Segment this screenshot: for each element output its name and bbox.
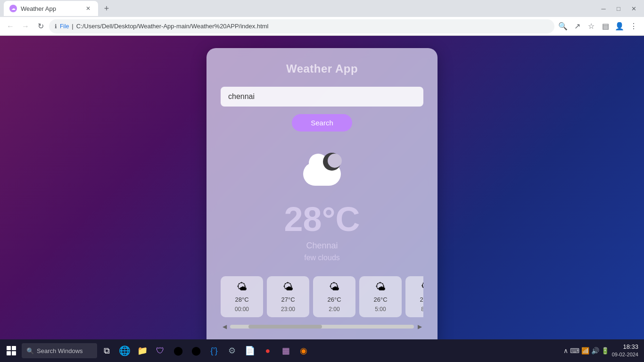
weather-description: few clouds xyxy=(304,254,340,262)
app-title: Weather App xyxy=(286,62,358,75)
search-glass-icon: 🔍 xyxy=(26,347,34,354)
forecast-time-2: 2:00 xyxy=(329,306,339,313)
main-content: Weather App Search 28°C Chennai few clou… xyxy=(0,36,644,362)
scroll-left-arrow[interactable]: ◀ xyxy=(221,323,228,330)
forward-button[interactable]: → xyxy=(19,20,32,33)
menu-icon[interactable]: ⋮ xyxy=(627,20,640,33)
address-bar: ← → ↻ ℹ File | C:/Users/Dell/Desktop/Wea… xyxy=(0,17,644,36)
cloud-moon-icon xyxy=(303,153,341,176)
weather-card: Weather App Search 28°C Chennai few clou… xyxy=(206,48,438,350)
chrome-icon-1[interactable]: ⬤ xyxy=(170,342,187,359)
security-icon[interactable]: 🛡 xyxy=(152,342,169,359)
city-search-input[interactable] xyxy=(221,87,423,107)
new-tab-button[interactable]: + xyxy=(100,2,113,15)
taskbar-search[interactable]: 🔍 Search Windows xyxy=(22,343,97,358)
forecast-temp-0: 28°C xyxy=(235,296,248,303)
window-controls: ─ □ ✕ xyxy=(597,2,640,15)
tab-title: Weather App xyxy=(21,5,56,12)
acrobat-icon[interactable]: 📄 xyxy=(241,342,258,359)
vscode-icon[interactable]: {'} xyxy=(206,342,223,359)
city-display: Chennai xyxy=(306,241,338,251)
scroll-bar-area: ◀ ▶ xyxy=(221,323,423,330)
forecast-temp-2: 26°C xyxy=(327,296,341,303)
chrome-icon-2[interactable]: ⬤ xyxy=(188,342,205,359)
start-button[interactable] xyxy=(2,341,21,360)
app-icon-9[interactable]: ▦ xyxy=(277,342,294,359)
url-text: C:/Users/Dell/Desktop/Weather-App-main/W… xyxy=(76,23,269,30)
taskbar: 🔍 Search Windows ⧉ 🌐 📁 🛡 ⬤ ⬤ {'} ⚙ 📄 ● ▦… xyxy=(0,339,644,362)
scroll-right-arrow[interactable]: ▶ xyxy=(416,323,423,330)
forecast-time-3: 5:00 xyxy=(375,306,386,313)
chevron-icon[interactable]: ∧ xyxy=(563,347,568,354)
chrome-icon-4[interactable]: ◉ xyxy=(295,342,312,359)
profile-icon[interactable]: 👤 xyxy=(613,20,626,33)
share-icon[interactable]: ↗ xyxy=(570,20,584,33)
forecast-temp-4: 26°C xyxy=(420,296,423,303)
explorer-icon[interactable]: 📁 xyxy=(134,342,151,359)
bookmark-icon[interactable]: ☆ xyxy=(585,20,598,33)
forecast-icon-2: 🌤 xyxy=(329,281,339,293)
forecast-time-4: 8:00 xyxy=(421,306,423,313)
browser-chrome: ☁ Weather App ✕ + ─ □ ✕ ← → ↻ ℹ File | C… xyxy=(0,0,644,36)
reload-button[interactable]: ↻ xyxy=(34,20,47,33)
task-view-button[interactable]: ⧉ xyxy=(98,342,115,359)
tab-close-button[interactable]: ✕ xyxy=(84,4,92,13)
forecast-temp-1: 27°C xyxy=(281,296,295,303)
system-icons: ∧ ⌨ 📶 🔊 🔋 xyxy=(563,347,609,354)
forecast-strip: 🌤 28°C 00:00 🌤 27°C 23:00 🌤 26°C 2:00 🌤 … xyxy=(221,276,423,330)
search-button[interactable]: Search xyxy=(292,114,352,132)
tab-bar: ☁ Weather App ✕ + ─ □ ✕ xyxy=(0,0,644,17)
forecast-icon-0: 🌤 xyxy=(237,281,247,293)
network-icon[interactable]: 📶 xyxy=(581,347,589,354)
lock-icon: ℹ xyxy=(55,23,57,30)
scroll-track[interactable] xyxy=(230,325,414,329)
maximize-button[interactable]: □ xyxy=(612,2,625,15)
date-text: 09-02-2024 xyxy=(612,351,638,358)
scroll-thumb xyxy=(248,325,322,329)
clock-display[interactable]: 18:33 09-02-2024 xyxy=(612,343,638,359)
forecast-time-0: 00:00 xyxy=(235,306,249,313)
toolbar-right: 🔍 ↗ ☆ ▤ 👤 ⋮ xyxy=(556,20,640,33)
back-button[interactable]: ← xyxy=(4,20,17,33)
moon-shape xyxy=(323,153,341,171)
forecast-icon-4: 🌦 xyxy=(421,281,423,293)
forecast-temp-3: 26°C xyxy=(373,296,387,303)
forecast-card-2: 🌤 26°C 2:00 xyxy=(313,276,355,317)
taskbar-right: ∧ ⌨ 📶 🔊 🔋 18:33 09-02-2024 xyxy=(563,343,642,359)
sound-icon[interactable]: 🔊 xyxy=(591,347,599,354)
forecast-scroll[interactable]: 🌤 28°C 00:00 🌤 27°C 23:00 🌤 26°C 2:00 🌤 … xyxy=(221,276,423,321)
search-icon[interactable]: 🔍 xyxy=(556,20,570,33)
temperature-display: 28°C xyxy=(284,202,360,236)
taskbar-search-label: Search Windows xyxy=(37,347,83,354)
forecast-card-4: 🌦 26°C 8:00 xyxy=(405,276,423,317)
active-tab[interactable]: ☁ Weather App ✕ xyxy=(4,1,98,16)
forecast-icon-1: 🌤 xyxy=(283,281,293,293)
settings-icon[interactable]: ⚙ xyxy=(223,342,240,359)
url-bar[interactable]: ℹ File | C:/Users/Dell/Desktop/Weather-A… xyxy=(49,19,554,33)
file-label: File xyxy=(60,23,69,30)
close-window-button[interactable]: ✕ xyxy=(627,2,640,15)
minimize-button[interactable]: ─ xyxy=(597,2,610,15)
chrome-icon-3[interactable]: ● xyxy=(259,342,276,359)
tab-favicon: ☁ xyxy=(9,5,17,12)
forecast-card-1: 🌤 27°C 23:00 xyxy=(267,276,309,317)
forecast-icon-3: 🌤 xyxy=(375,281,386,293)
time-text: 18:33 xyxy=(612,343,638,351)
weather-icon-area xyxy=(294,141,350,188)
edge-icon[interactable]: 🌐 xyxy=(116,342,133,359)
windows-logo xyxy=(7,346,16,355)
forecast-time-1: 23:00 xyxy=(281,306,295,313)
keyboard-icon[interactable]: ⌨ xyxy=(570,347,579,354)
forecast-card-0: 🌤 28°C 00:00 xyxy=(221,276,263,317)
url-separator: | xyxy=(72,23,73,30)
forecast-card-3: 🌤 26°C 5:00 xyxy=(359,276,402,317)
sidebar-icon[interactable]: ▤ xyxy=(599,20,612,33)
battery-icon[interactable]: 🔋 xyxy=(601,347,609,354)
